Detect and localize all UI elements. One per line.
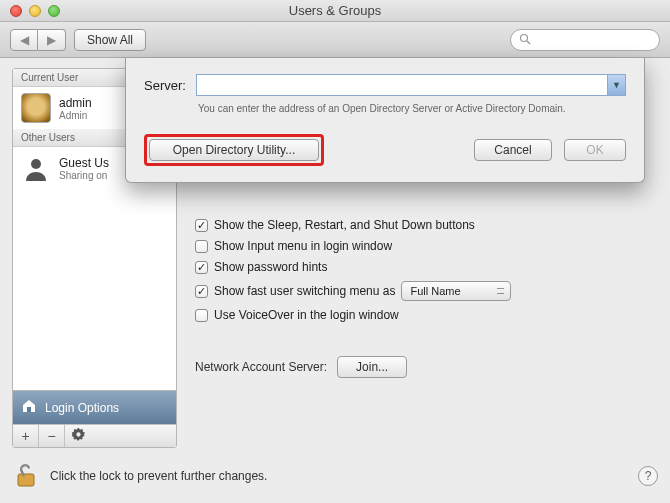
- cancel-button[interactable]: Cancel: [474, 139, 552, 161]
- help-icon: ?: [645, 469, 652, 483]
- user-name: admin: [59, 96, 92, 110]
- server-label: Server:: [144, 78, 186, 93]
- server-sheet: Server: ▼ You can enter the address of a…: [125, 58, 645, 183]
- sidebar-login-options[interactable]: Login Options: [13, 390, 176, 424]
- user-role: Admin: [59, 110, 92, 121]
- forward-button[interactable]: ▶: [38, 29, 66, 51]
- avatar: [21, 93, 51, 123]
- help-button[interactable]: ?: [638, 466, 658, 486]
- checkbox[interactable]: [195, 285, 208, 298]
- lock-open-icon: [14, 462, 38, 490]
- server-combobox[interactable]: ▼: [196, 74, 626, 96]
- svg-point-0: [521, 34, 528, 41]
- lock-button[interactable]: [12, 462, 40, 490]
- join-button[interactable]: Join...: [337, 356, 407, 378]
- remove-user-button[interactable]: −: [39, 425, 65, 447]
- sidebar-footer: + −: [13, 424, 176, 447]
- guest-sub: Sharing on: [59, 170, 109, 181]
- opt-password-hints[interactable]: Show password hints: [195, 260, 654, 274]
- lock-text: Click the lock to prevent further change…: [50, 469, 267, 483]
- opt-label: Show fast user switching menu as: [214, 284, 395, 298]
- checkbox[interactable]: [195, 261, 208, 274]
- open-directory-highlight: Open Directory Utility...: [144, 134, 324, 166]
- checkbox[interactable]: [195, 309, 208, 322]
- server-hint: You can enter the address of an Open Dir…: [198, 102, 618, 116]
- footer: Click the lock to prevent further change…: [12, 462, 658, 490]
- back-button[interactable]: ◀: [10, 29, 38, 51]
- combo-arrow-icon[interactable]: ▼: [607, 75, 625, 95]
- search-input[interactable]: [510, 29, 660, 51]
- popup-value: Full Name: [410, 285, 460, 297]
- search-icon: [519, 33, 531, 47]
- opt-label: Show the Sleep, Restart, and Shut Down b…: [214, 218, 475, 232]
- opt-label: Use VoiceOver in the login window: [214, 308, 399, 322]
- network-label: Network Account Server:: [195, 360, 327, 374]
- guest-name: Guest Us: [59, 156, 109, 170]
- home-icon: [21, 398, 37, 417]
- svg-rect-3: [18, 474, 34, 486]
- opt-show-buttons[interactable]: Show the Sleep, Restart, and Shut Down b…: [195, 218, 654, 232]
- checkbox[interactable]: [195, 240, 208, 253]
- content: Current User admin Admin Other Users Gue…: [0, 58, 670, 503]
- guest-silhouette-icon: [21, 153, 51, 183]
- gear-icon: [72, 428, 85, 444]
- opt-label: Show password hints: [214, 260, 327, 274]
- opt-fast-switch[interactable]: Show fast user switching menu as Full Na…: [195, 281, 654, 301]
- titlebar: Users & Groups: [0, 0, 670, 22]
- window-title: Users & Groups: [0, 3, 670, 18]
- show-all-button[interactable]: Show All: [74, 29, 146, 51]
- add-user-button[interactable]: +: [13, 425, 39, 447]
- network-account-row: Network Account Server: Join...: [195, 356, 654, 378]
- fast-switch-popup[interactable]: Full Name: [401, 281, 511, 301]
- svg-point-2: [31, 159, 41, 169]
- opt-label: Show Input menu in login window: [214, 239, 392, 253]
- open-directory-utility-button[interactable]: Open Directory Utility...: [149, 139, 319, 161]
- ok-button[interactable]: OK: [564, 139, 626, 161]
- opt-input-menu[interactable]: Show Input menu in login window: [195, 239, 654, 253]
- login-options-label: Login Options: [45, 401, 119, 415]
- nav-segment: ◀ ▶: [10, 29, 66, 51]
- svg-line-1: [527, 41, 530, 44]
- chevron-right-icon: ▶: [47, 33, 56, 47]
- checkbox[interactable]: [195, 219, 208, 232]
- gear-button[interactable]: [65, 425, 91, 447]
- chevron-left-icon: ◀: [20, 33, 29, 47]
- opt-voiceover[interactable]: Use VoiceOver in the login window: [195, 308, 654, 322]
- toolbar: ◀ ▶ Show All: [0, 22, 670, 58]
